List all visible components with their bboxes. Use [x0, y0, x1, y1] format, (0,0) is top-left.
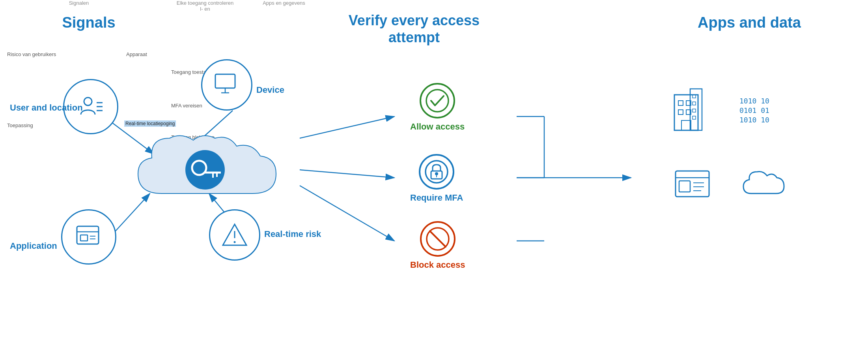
realtime-highlight: Real-time locatiepoging — [124, 120, 176, 127]
user-location-label: User and location — [10, 103, 83, 113]
svg-line-6 — [300, 116, 394, 138]
label-mfa-nl: MFA vereisen — [171, 103, 202, 109]
cloud-wrap — [130, 130, 304, 211]
require-mfa-outcome: Require MFA — [410, 154, 463, 203]
svg-text:1010 10: 1010 10 — [739, 97, 769, 105]
binary-icon: 1010 10 0101 01 1010 10 — [737, 95, 781, 132]
svg-point-38 — [435, 172, 438, 175]
allow-label: Allow access — [410, 122, 465, 132]
building-icon — [670, 87, 710, 136]
block-circle — [420, 221, 455, 257]
application-label: Application — [10, 241, 57, 251]
allow-circle — [420, 83, 455, 118]
app-window-icon — [674, 170, 712, 201]
apps-title: Apps and data — [655, 14, 844, 32]
mfa-label: Require MFA — [410, 193, 463, 203]
header-verify-nl: Elke toegang controleren l- en — [150, 0, 260, 12]
svg-rect-47 — [681, 120, 691, 130]
svg-text:1010 10: 1010 10 — [739, 116, 769, 124]
header-apps-nl: Apps en gegevens — [245, 0, 323, 6]
svg-text:0101 01: 0101 01 — [739, 106, 769, 115]
svg-rect-43 — [678, 101, 683, 105]
svg-point-29 — [233, 241, 235, 243]
block-label: Block access — [410, 260, 465, 270]
svg-rect-58 — [679, 181, 690, 192]
allow-access-outcome: Allow access — [410, 83, 465, 132]
device-circle — [201, 59, 252, 111]
svg-point-35 — [426, 90, 448, 112]
svg-rect-50 — [693, 102, 696, 105]
application-circle — [61, 209, 116, 265]
svg-line-41 — [430, 231, 446, 247]
svg-point-15 — [84, 98, 92, 105]
cloud-icon — [741, 170, 785, 203]
svg-rect-51 — [693, 109, 696, 112]
svg-point-36 — [426, 161, 448, 183]
label-device-nl: Apparaat — [126, 51, 147, 57]
device-label: Device — [256, 85, 284, 95]
svg-rect-52 — [693, 116, 696, 119]
svg-rect-56 — [676, 171, 709, 197]
header-signals-nl: Signalen — [39, 0, 118, 6]
verify-title: Verify every access attempt — [331, 12, 497, 46]
svg-rect-45 — [678, 110, 683, 115]
realtime-label: Real-time risk — [264, 229, 321, 239]
label-application-nl: Toepassing — [7, 122, 33, 128]
mfa-circle — [419, 154, 454, 190]
signals-title: Signals — [20, 14, 158, 32]
block-access-outcome: Block access — [410, 221, 465, 270]
svg-rect-21 — [80, 235, 88, 241]
diagram-container: Signalen Elke toegang controleren l- en … — [0, 0, 868, 355]
svg-line-7 — [300, 170, 394, 178]
realtime-risk-circle — [209, 209, 260, 261]
label-user-risk: Risico van gebruikers — [7, 51, 56, 57]
svg-rect-24 — [215, 74, 235, 88]
